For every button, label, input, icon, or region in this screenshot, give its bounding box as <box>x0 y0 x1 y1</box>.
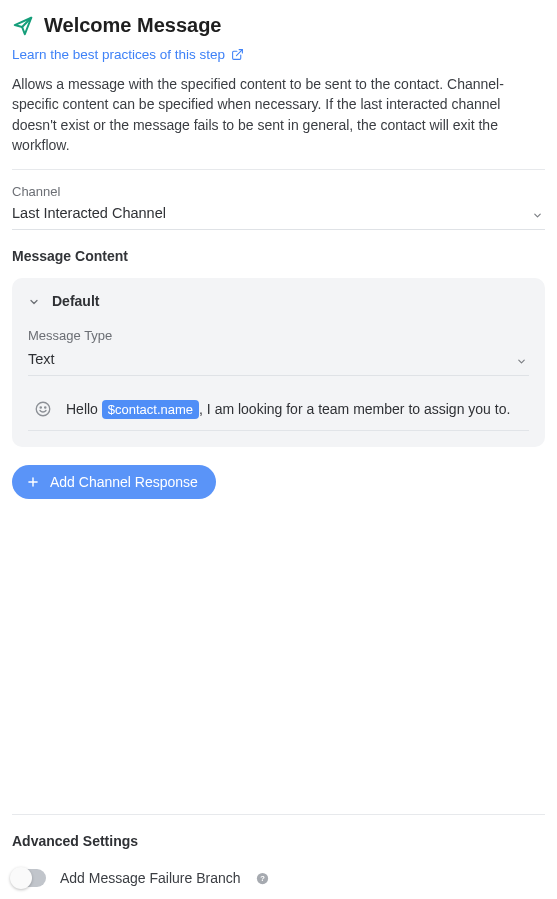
variable-token[interactable]: $contact.name <box>102 400 199 419</box>
message-editor[interactable]: Hello $contact.name, I am looking for a … <box>28 392 529 431</box>
message-type-select[interactable]: Text <box>28 351 529 376</box>
failure-branch-toggle[interactable] <box>12 869 46 887</box>
step-description: Allows a message with the specified cont… <box>12 74 545 155</box>
message-suffix: , I am looking for a team member to assi… <box>199 401 510 417</box>
failure-branch-label: Add Message Failure Branch <box>60 870 241 886</box>
add-button-label: Add Channel Response <box>50 474 198 490</box>
svg-point-2 <box>40 407 41 408</box>
advanced-settings-title: Advanced Settings <box>12 833 545 849</box>
message-type-value: Text <box>28 351 55 367</box>
page-title: Welcome Message <box>44 14 222 37</box>
default-card-header[interactable]: Default <box>12 278 545 324</box>
panel-header: Welcome Message <box>12 14 545 37</box>
learn-link-text: Learn the best practices of this step <box>12 47 225 62</box>
learn-best-practices-link[interactable]: Learn the best practices of this step <box>12 47 545 62</box>
channel-label: Channel <box>12 184 545 199</box>
divider <box>12 814 545 815</box>
chevron-down-icon <box>28 295 40 307</box>
emoji-icon[interactable] <box>34 400 52 418</box>
svg-text:?: ? <box>260 874 265 883</box>
external-link-icon <box>231 48 244 61</box>
default-card-title: Default <box>52 293 99 309</box>
chevron-down-icon <box>516 354 527 365</box>
plus-icon <box>26 475 40 489</box>
svg-line-0 <box>237 50 243 56</box>
add-channel-response-button[interactable]: Add Channel Response <box>12 465 216 499</box>
channel-select-value: Last Interacted Channel <box>12 205 166 221</box>
message-content-label: Message Content <box>12 248 545 264</box>
failure-branch-row: Add Message Failure Branch ? <box>12 869 545 887</box>
svg-point-1 <box>36 402 50 416</box>
default-response-card: Default Message Type Text <box>12 278 545 447</box>
message-prefix: Hello <box>66 401 102 417</box>
help-icon[interactable]: ? <box>255 871 270 886</box>
send-icon <box>12 15 34 37</box>
toggle-knob <box>10 867 32 889</box>
message-type-label: Message Type <box>28 328 529 343</box>
svg-point-3 <box>45 407 46 408</box>
message-text: Hello $contact.name, I am looking for a … <box>66 401 510 417</box>
chevron-down-icon <box>532 208 543 219</box>
channel-select[interactable]: Last Interacted Channel <box>12 205 545 230</box>
